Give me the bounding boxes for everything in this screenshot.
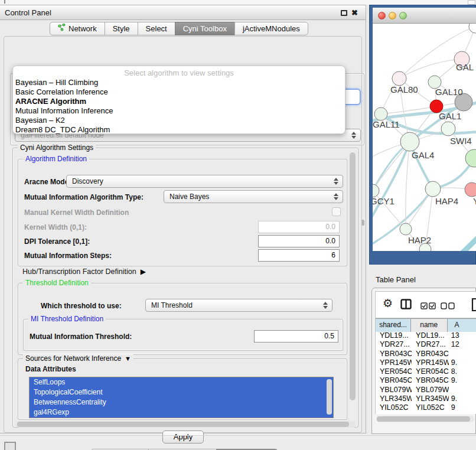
table-cell[interactable]: YBR043C	[376, 350, 412, 358]
table-cell[interactable]: YBL079W	[376, 386, 412, 394]
table-row[interactable]: YDL19...YDL19...13	[376, 331, 476, 340]
table-cell[interactable]	[449, 350, 476, 358]
table-cell[interactable]: 9	[449, 403, 476, 412]
table-cell[interactable]: 9.	[449, 394, 476, 403]
attribute-item[interactable]: TopologicalCoefficient	[30, 387, 333, 397]
scrollbar-thumb[interactable]	[350, 152, 356, 400]
algorithm-option[interactable]: Dream8 DC_TDC Algorithm	[13, 125, 345, 135]
table-cell[interactable]: YPR145W	[376, 358, 412, 367]
node-swi4[interactable]	[441, 122, 455, 136]
table-cell[interactable]: YER054C	[376, 367, 412, 376]
attributes-scrollbar[interactable]	[327, 379, 332, 415]
close-icon[interactable]: ✖	[351, 8, 358, 18]
tab-cyni-toolbox[interactable]: Cyni Toolbox	[175, 22, 235, 35]
algorithm-option[interactable]: Mutual Information Inference	[13, 106, 345, 116]
table-cell[interactable]: YLR345W	[412, 394, 449, 403]
panel-splitter-handle[interactable]	[361, 220, 364, 226]
node-cut-right-green[interactable]	[465, 149, 476, 167]
scrollbar-thumb[interactable]	[377, 416, 470, 422]
table-cell[interactable]: YIL052C	[376, 403, 412, 412]
table-cell[interactable]: YIL052C	[412, 403, 449, 412]
deselect-all-checks-icon[interactable]	[441, 301, 455, 312]
bottom-left-panel-icon[interactable]	[4, 442, 16, 450]
column-header-name[interactable]: name	[411, 319, 448, 332]
algorithm-option[interactable]: Basic Correlation Inference	[13, 87, 345, 97]
collapse-arrow-icon[interactable]: ▼	[125, 355, 131, 362]
data-attributes-list[interactable]: SelfLoopsTopologicalCoefficientBetweenne…	[29, 377, 334, 418]
table-cell[interactable]: YER054C	[412, 367, 449, 376]
tab-jactivemnodules[interactable]: jActiveMNodules	[234, 22, 308, 35]
network-window-titlebar[interactable]	[373, 8, 476, 24]
scrollbar-thumb[interactable]	[17, 422, 349, 427]
table-cell[interactable]: YDL19...	[412, 331, 449, 340]
table-cell[interactable]	[449, 386, 476, 394]
table-cell[interactable]: 8.	[449, 367, 476, 376]
float-icon[interactable]	[341, 10, 347, 16]
node-hap2[interactable]	[400, 223, 412, 235]
table-row[interactable]: YBR043CYBR043C	[376, 350, 476, 358]
table-cell[interactable]: YDR27...	[376, 340, 412, 349]
zoom-traffic-light[interactable]	[399, 12, 407, 19]
table-cell[interactable]: 13	[449, 331, 476, 340]
algorithm-option[interactable]: Bayesian – Hill Climbing	[13, 78, 345, 87]
table-cell[interactable]: YLR345W	[376, 394, 412, 403]
node-gal80[interactable]	[392, 71, 406, 86]
settings-vertical-scrollbar[interactable]	[349, 151, 356, 420]
attribute-item[interactable]: SelfLoops	[30, 377, 333, 387]
table-cell[interactable]: YBR045C	[412, 376, 449, 385]
node-cut-top-right[interactable]	[469, 24, 476, 33]
mi-steps-field[interactable]: 6	[258, 249, 340, 262]
tab-select[interactable]: Select	[138, 22, 175, 35]
table-horizontal-scrollbar[interactable]	[376, 416, 474, 422]
minimize-traffic-light[interactable]	[389, 12, 396, 19]
node-hap4[interactable]	[425, 181, 441, 197]
aracne-mode-combo[interactable]: Discovery	[66, 175, 343, 188]
attribute-item[interactable]: BetweennessCentrality	[30, 397, 333, 407]
table-cell[interactable]: 12	[449, 340, 476, 349]
attribute-item[interactable]: gal4RGexp	[30, 407, 333, 418]
table-cell[interactable]: YDR27...	[412, 340, 449, 349]
node-salmon[interactable]	[465, 182, 476, 197]
which-threshold-combo[interactable]: MI Threshold	[145, 299, 332, 312]
settings-horizontal-scrollbar[interactable]	[16, 421, 356, 428]
manual-kernel-checkbox[interactable]	[332, 207, 341, 216]
table-cell[interactable]: 9.	[449, 358, 476, 367]
mi-threshold-field[interactable]: 0.5	[254, 330, 338, 343]
cut-toolbar-button[interactable]	[468, 0, 475, 5]
apply-button[interactable]: Apply	[162, 431, 204, 444]
algorithm-option[interactable]: Bayesian – K2	[13, 116, 345, 125]
new-table-file-icon[interactable]	[471, 298, 476, 314]
tab-network[interactable]: Network	[50, 22, 105, 35]
column-header-cut[interactable]: A	[448, 319, 476, 332]
network-canvas[interactable]: GAL GAL80 GAL10 GAL1 GAL11 SWI4 GAL4 GCY…	[373, 24, 476, 251]
columns-icon[interactable]	[400, 299, 412, 312]
table-row[interactable]: YPR145WYPR145W9.	[376, 358, 476, 367]
node-gcy1[interactable]	[373, 184, 379, 197]
node-gal4[interactable]	[400, 132, 419, 151]
algorithm-option[interactable]: ARACNE Algorithm	[13, 97, 345, 106]
hub-transcription-factor-section[interactable]: Hub/Transcription Factor Definition ▶	[22, 268, 146, 276]
table-row[interactable]: YBL079WYBL079W	[376, 386, 476, 394]
select-all-checks-icon[interactable]	[420, 301, 436, 312]
dpi-tolerance-field[interactable]: 0.0	[258, 235, 340, 247]
table-row[interactable]: YER054CYER054C8.	[376, 367, 476, 376]
table-cell[interactable]: YPR145W	[412, 358, 449, 367]
table-row[interactable]: YIL052CYIL052C9	[376, 403, 476, 412]
table-cell[interactable]: 9.	[449, 376, 476, 385]
close-traffic-light[interactable]	[378, 12, 386, 19]
table-row[interactable]: YBR045CYBR045C9.	[376, 376, 476, 385]
table-row[interactable]: YDR27...YDR27...12	[376, 340, 476, 349]
sources-title-row[interactable]: Sources for Network Inference ▼	[23, 354, 133, 363]
tab-style[interactable]: Style	[105, 22, 138, 35]
mi-type-combo[interactable]: Naive Bayes	[164, 190, 343, 203]
expand-arrow-icon[interactable]: ▶	[141, 268, 146, 276]
table-row[interactable]: YLR345WYLR345W9.	[376, 394, 476, 403]
gear-icon[interactable]: ⚙	[383, 296, 393, 311]
table-cell[interactable]: YBL079W	[412, 386, 449, 394]
table-cell[interactable]: YDL19...	[376, 331, 412, 340]
table-cell[interactable]: YBR045C	[376, 376, 412, 385]
node-gal11[interactable]	[374, 107, 387, 120]
kernel-width-field[interactable]: 0.0	[258, 221, 340, 233]
table-cell[interactable]: YBR043C	[412, 350, 449, 358]
column-header-shared-name[interactable]: shared...	[376, 319, 411, 332]
